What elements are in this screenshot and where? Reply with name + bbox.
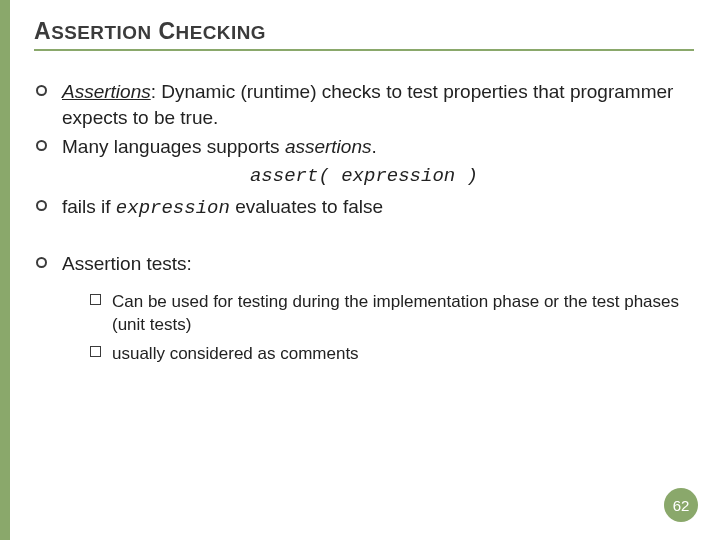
- sub-bullet-text: usually considered as comments: [112, 344, 359, 363]
- main-bullet-list: Assertions: Dynamic (runtime) checks to …: [34, 79, 694, 366]
- bullet-item: Many languages supports assertions.: [34, 134, 694, 160]
- ring-bullet-icon: [36, 85, 47, 96]
- spacer: [34, 225, 694, 247]
- bullet-item: Assertions: Dynamic (runtime) checks to …: [34, 79, 694, 130]
- page-number: 62: [673, 497, 690, 514]
- bullet-item: Assertion tests: Can be used for testing…: [34, 251, 694, 365]
- code-line: assert( expression ): [34, 164, 694, 190]
- square-bullet-icon: [90, 346, 101, 357]
- ring-bullet-icon: [36, 257, 47, 268]
- sub-bullet-text: Can be used for testing during the imple…: [112, 292, 679, 334]
- ring-bullet-icon: [36, 200, 47, 211]
- page-number-badge: 62: [664, 488, 698, 522]
- title-word-1: ASSERTION: [34, 18, 152, 44]
- slide-title: ASSERTION CHECKING: [34, 18, 694, 51]
- title-word-2: CHECKING: [158, 18, 266, 44]
- accent-left-bar: [0, 0, 10, 540]
- bullet-text: Assertions: Dynamic (runtime) checks to …: [62, 81, 673, 128]
- bullet-item: fails if expression evaluates to false: [34, 194, 694, 222]
- square-bullet-icon: [90, 294, 101, 305]
- sub-bullet-item: Can be used for testing during the imple…: [90, 291, 694, 337]
- ring-bullet-icon: [36, 140, 47, 151]
- bullet-text: fails if expression evaluates to false: [62, 196, 383, 217]
- bullet-text: Many languages supports assertions.: [62, 136, 377, 157]
- sub-bullet-list: Can be used for testing during the imple…: [90, 291, 694, 366]
- bullet-text: Assertion tests:: [62, 253, 192, 274]
- sub-bullet-item: usually considered as comments: [90, 343, 694, 366]
- slide-container: ASSERTION CHECKING Assertions: Dynamic (…: [10, 0, 720, 540]
